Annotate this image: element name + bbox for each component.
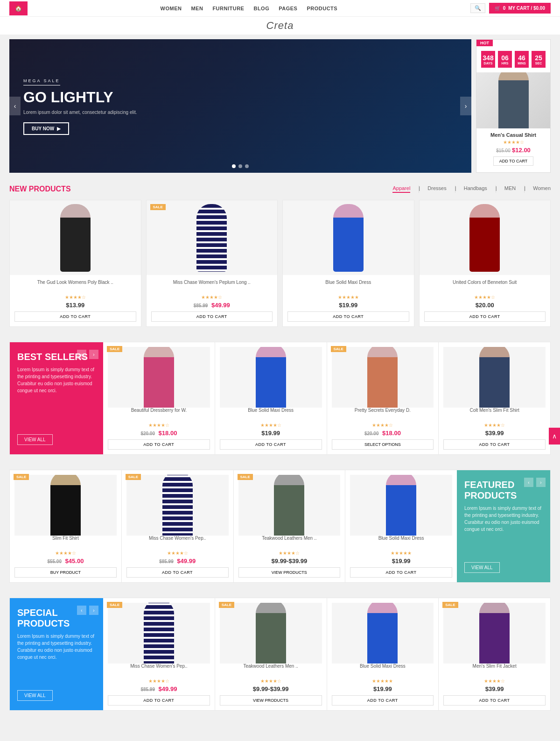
buy-now-button[interactable]: BUY NOW ▶ (23, 122, 69, 135)
new-product-3: Blue Solid Maxi Dress ★★★★★ $19.99 ADD T… (282, 200, 414, 327)
cart-button[interactable]: 🛒 0 MY CART / $0.00 (489, 3, 551, 14)
nav-products[interactable]: PRODUCTS (307, 6, 337, 11)
new-products-grid: The Gud Look Womens Poly Black .. ★★★★☆ … (9, 200, 551, 327)
tab-men[interactable]: MEN (504, 185, 516, 193)
site-logo: Creta (266, 20, 294, 31)
product-1-body: The Gud Look Womens Poly Black .. ★★★★☆ … (10, 275, 141, 326)
product-4-cart-button[interactable]: ADD TO CART (424, 311, 546, 322)
featured-product-3-price: $9.99-$39.99 (272, 558, 308, 565)
cart-icon: 🛒 (495, 6, 500, 11)
featured-product-3-name: Teakwood Leathers Men .. (262, 536, 316, 549)
bs-product-3-stars: ★★★★☆ (372, 423, 393, 428)
title-prefix: NEW (9, 185, 27, 193)
product-4-stars: ★★★★☆ (474, 295, 495, 300)
special-view-all-button[interactable]: VIEW ALL (17, 690, 53, 701)
special-product-2-price-value: $9.99-$39.99 (253, 685, 289, 692)
product-2-cart-button[interactable]: ADD TO CART (151, 311, 273, 322)
tab-dresses[interactable]: Dresses (427, 185, 446, 193)
hero-dot-1[interactable] (232, 164, 236, 168)
search-bar[interactable]: 🔍 (470, 3, 485, 13)
countdown-price-new: $12.00 (512, 147, 531, 154)
logo-bar: Creta (0, 17, 560, 35)
hero-dot-3[interactable] (245, 164, 249, 168)
hero-prev-button[interactable]: ‹ (9, 97, 21, 115)
featured-product-2-stars: ★★★★☆ (167, 550, 188, 556)
featured-product-1-name: Slim Fit Shirt (52, 536, 79, 549)
timer-secs-value: 25 (535, 54, 542, 62)
timer-mins-label: MINS (518, 62, 526, 65)
tab-women[interactable]: Women (533, 185, 551, 193)
featured-view-all-button[interactable]: VIEW ALL (464, 562, 500, 573)
featured-product-2-cart-button[interactable]: ADD TO CART (126, 567, 229, 578)
product-3-stars: ★★★★★ (338, 295, 359, 300)
bs-product-1-image (108, 347, 210, 408)
featured-product-2: SALE Miss Chase Women's Pep.. ★★★★☆ $85.… (122, 470, 233, 582)
special-prev-button[interactable]: ‹ (77, 606, 86, 615)
featured-product-3-stars: ★★★★☆ (279, 550, 300, 556)
product-2-image (147, 200, 278, 275)
countdown-price: $15.00 $12.00 (480, 147, 546, 154)
featured-prev-button[interactable]: ‹ (524, 478, 533, 487)
special-product-4: SALE Men's Slim Fit Jacket ★★★★☆ $39.99 … (439, 598, 550, 710)
nav-pages[interactable]: PAGES (279, 6, 297, 11)
bs-product-3-select-button[interactable]: SELECT OPTIONS (332, 439, 434, 450)
special-product-2-stars: ★★★★☆ (260, 678, 281, 684)
timer-hours-label: HRS (502, 62, 509, 65)
special-product-2-view-button[interactable]: VIEW PRODUCTS (220, 695, 322, 706)
best-sellers-view-all-button[interactable]: VIEW ALL (17, 434, 53, 445)
featured-nav: ‹ › (524, 478, 546, 487)
featured-product-2-shape (162, 475, 193, 536)
home-icon: 🏠 (15, 5, 22, 12)
special-product-1-cart-button[interactable]: ADD TO CART (108, 695, 210, 706)
bs-product-1-cart-button[interactable]: ADD TO CART (108, 439, 210, 450)
featured-description: Lorem Ipsum is simply dummy text of the … (464, 505, 543, 555)
special-product-1-badge: SALE (107, 602, 122, 608)
featured-product-4-cart-button[interactable]: ADD TO CART (350, 567, 452, 578)
featured-product-1-buy-button[interactable]: BUY PRODUCT (14, 567, 117, 578)
bs-product-4-cart-button[interactable]: ADD TO CART (443, 439, 546, 450)
tab-divider-1: | (419, 185, 419, 193)
special-product-4-cart-button[interactable]: ADD TO CART (443, 695, 546, 706)
tab-handbags[interactable]: Handbags (464, 185, 487, 193)
tab-apparel[interactable]: Apparel (392, 185, 410, 193)
hero-dot-2[interactable] (238, 164, 242, 168)
hero-content: MEGA SALE GO LIGHTLY Lorem ipsum dolor s… (9, 63, 151, 148)
bs-product-1-stars: ★★★★☆ (148, 423, 169, 428)
nav-blog[interactable]: BLOG (253, 6, 269, 11)
hero-next-button[interactable]: › (460, 97, 471, 115)
countdown-stars: ★★★★☆ (480, 140, 546, 145)
bs-product-2-cart-button[interactable]: ADD TO CART (220, 439, 322, 450)
featured-section: SALE Slim Fit Shirt ★★★★☆ $55.00 $45.00 … (0, 462, 560, 590)
bs-product-4-name: Colt Men's Slim Fit Shirt (469, 408, 519, 421)
bs-next-button[interactable]: › (89, 350, 98, 359)
special-description: Lorem Ipsum is simply dummy text of the … (17, 633, 96, 683)
bs-product-1: SALE Beautiful Dressberry for W. ★★★★☆ $… (103, 342, 215, 454)
product-4-shape (469, 204, 500, 272)
main-nav: WOMEN MEN FURNITURE BLOG PAGES PRODUCTS (161, 6, 338, 11)
nav-women[interactable]: WOMEN (161, 6, 182, 11)
special-product-1-price: $85.99 $49.99 (140, 685, 177, 692)
scroll-up-button[interactable]: ∧ (549, 428, 560, 445)
bs-product-4: Colt Men's Slim Fit Shirt ★★★★☆ $39.99 A… (439, 342, 550, 454)
featured-product-2-badge: SALE (126, 474, 141, 480)
bs-prev-button[interactable]: ‹ (77, 350, 86, 359)
featured-next-button[interactable]: › (536, 478, 546, 487)
special-product-2-name: Teakwood Leathers Men .. (243, 663, 298, 677)
countdown-add-to-cart-button[interactable]: ADD TO CART (493, 156, 534, 166)
best-sellers-section: ‹ › BEST SELLERS Lorem Ipsum is simply d… (0, 334, 560, 462)
nav-furniture[interactable]: FURNITURE (212, 6, 244, 11)
nav-men[interactable]: MEN (191, 6, 203, 11)
special-products-grid: SALE Miss Chase Women's Pep.. ★★★★☆ $85.… (103, 598, 550, 710)
best-sellers-nav: ‹ › (77, 350, 98, 359)
product-3-cart-button[interactable]: ADD TO CART (287, 311, 409, 322)
featured-product-3-view-button[interactable]: VIEW PRODUCTS (238, 567, 341, 578)
special-product-3-cart-button[interactable]: ADD TO CART (332, 695, 434, 706)
product-1-cart-button[interactable]: ADD TO CART (14, 311, 136, 322)
home-button[interactable]: 🏠 (9, 1, 28, 15)
search-icon: 🔍 (475, 5, 481, 11)
featured-product-1: SALE Slim Fit Shirt ★★★★☆ $55.00 $45.00 … (10, 470, 121, 582)
tab-divider-2: | (455, 185, 455, 193)
bs-product-2-shape (256, 347, 286, 408)
featured-product-1-badge: SALE (14, 474, 29, 480)
special-next-button[interactable]: › (89, 606, 98, 615)
